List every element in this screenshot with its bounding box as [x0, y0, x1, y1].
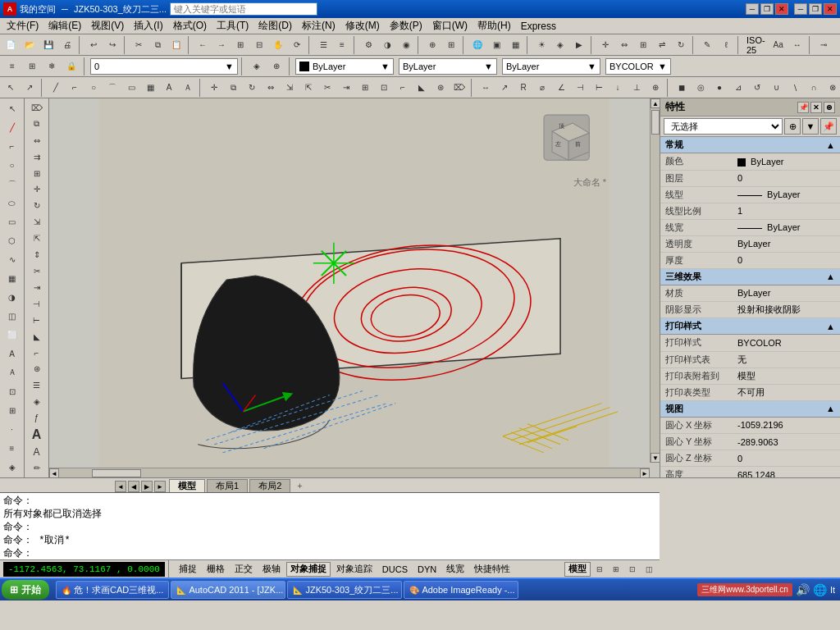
draw-text-btn[interactable]: A: [160, 79, 178, 97]
menu-window[interactable]: 窗口(W): [427, 18, 472, 34]
modify-extend-btn[interactable]: ⇥: [337, 79, 355, 97]
selector-filter-btn[interactable]: ▼: [802, 118, 819, 135]
lt2-large-A[interactable]: A: [27, 427, 47, 443]
draw-rect-btn[interactable]: ▭: [122, 79, 140, 97]
tab-layout2[interactable]: 布局2: [249, 479, 290, 492]
lt2-prop[interactable]: ☰: [27, 377, 47, 393]
draw-circle-btn[interactable]: ○: [84, 79, 103, 97]
prop-cz-value[interactable]: 0: [734, 450, 840, 467]
lt2-annotate[interactable]: ✏: [27, 460, 47, 476]
otrack-status[interactable]: 对象追踪: [332, 562, 377, 577]
layer-props-btn[interactable]: ≡: [3, 57, 21, 75]
dim-leader-btn[interactable]: ↓: [609, 79, 627, 97]
lt2-array[interactable]: ⊞: [27, 166, 47, 181]
tab-model[interactable]: 模型: [169, 479, 205, 492]
layer-state-btn[interactable]: ⊞: [23, 57, 41, 75]
dim-baseline-btn[interactable]: ⊣: [571, 79, 589, 97]
modify-offset-btn[interactable]: ⊞: [356, 79, 374, 97]
lt-wipeout[interactable]: ⬜: [2, 326, 22, 344]
section-view[interactable]: 视图 ▲: [660, 401, 840, 418]
snap-status[interactable]: 捕捉: [175, 562, 201, 577]
vp-btn4[interactable]: ◫: [641, 562, 656, 577]
paste-btn[interactable]: 📋: [167, 36, 185, 54]
draw-hatch-btn[interactable]: ▦: [141, 79, 159, 97]
lt-rect[interactable]: ▭: [2, 213, 22, 231]
section-print[interactable]: 打印样式 ▲: [660, 318, 840, 335]
search-input[interactable]: [170, 2, 317, 16]
lt-text[interactable]: A: [2, 345, 22, 363]
zoom-prev-btn[interactable]: ←: [194, 36, 212, 54]
lt-line[interactable]: ╱: [2, 119, 22, 137]
csys2-btn[interactable]: ⊛: [833, 36, 840, 54]
modify-move-btn[interactable]: ✛: [205, 79, 223, 97]
menu-format[interactable]: 格式(O): [168, 18, 212, 34]
tab-layout1[interactable]: 布局1: [207, 479, 248, 492]
hscroll-thumb[interactable]: [92, 469, 141, 477]
mirror-btn[interactable]: ⇌: [653, 36, 671, 54]
lt-block[interactable]: ⊡: [2, 382, 22, 400]
solid-box-btn[interactable]: ◼: [673, 79, 691, 97]
polar-status[interactable]: 极轴: [258, 562, 285, 577]
orbit-btn[interactable]: ⟳: [288, 36, 306, 54]
lt-region[interactable]: ◫: [2, 307, 22, 325]
lt2-stretch[interactable]: ⇱: [27, 231, 47, 246]
prop-cx-value[interactable]: -1059.2196: [734, 418, 840, 434]
lt2-join[interactable]: ⊢: [27, 313, 47, 328]
3d-top-btn[interactable]: ▦: [506, 36, 524, 54]
solid-intersect-btn[interactable]: ∩: [805, 79, 823, 97]
taskbar-item-3[interactable]: 📐 JZK50-303_绞刀二三...: [287, 581, 402, 599]
scroll-track[interactable]: [651, 108, 660, 453]
solid-section-btn[interactable]: ⊗: [824, 79, 840, 97]
vertical-scrollbar[interactable]: ▲ ▼: [650, 98, 660, 463]
selector-quick-btn[interactable]: ⊕: [784, 118, 801, 135]
move-btn[interactable]: ✛: [596, 36, 614, 54]
material-btn[interactable]: ◈: [551, 36, 569, 54]
tray-network[interactable]: 🌐: [813, 583, 827, 596]
snap-btn[interactable]: ⊕: [423, 36, 441, 54]
panel-close-btn[interactable]: ✕: [810, 102, 822, 113]
copy-btn[interactable]: ⧉: [148, 36, 167, 54]
save-btn[interactable]: 💾: [39, 36, 57, 54]
dim-continue-btn[interactable]: ⊢: [590, 79, 608, 97]
prop-plotstyle-attach-value[interactable]: 模型: [734, 368, 840, 384]
lt2-lengthen[interactable]: ⇕: [27, 247, 47, 262]
prop-linescale-value[interactable]: 1: [734, 203, 840, 219]
minimize-button[interactable]: ─: [746, 3, 759, 15]
lt-multiline[interactable]: ≡: [2, 439, 22, 457]
prop-linetype-value[interactable]: ByLayer: [734, 186, 840, 203]
lt2-extend[interactable]: ⇥: [27, 280, 47, 295]
tab-start-btn[interactable]: ◀: [128, 481, 139, 492]
lt-polygon[interactable]: ⬡: [2, 232, 22, 250]
osnap-status[interactable]: 对象捕捉: [286, 562, 331, 577]
dyn-status[interactable]: DYN: [413, 562, 441, 577]
solid-union-btn[interactable]: ∪: [767, 79, 785, 97]
style-btn[interactable]: Aa: [769, 36, 788, 54]
zoom-ext-btn[interactable]: ⊞: [231, 36, 249, 54]
prop-lineweight-value[interactable]: ByLayer: [734, 219, 840, 235]
lt2-copy[interactable]: ⧉: [27, 116, 47, 132]
lt2-chamfer[interactable]: ◣: [27, 329, 47, 345]
layer-dropdown[interactable]: 0 ▼: [90, 58, 238, 75]
menu-help[interactable]: 帮助(H): [472, 18, 516, 34]
lt-table[interactable]: ⊞: [2, 401, 22, 419]
lt-ellipse[interactable]: ⬭: [2, 194, 22, 212]
undo-btn[interactable]: ↩: [84, 36, 103, 54]
hscroll-track[interactable]: [59, 468, 640, 477]
modify-array-btn[interactable]: ⊡: [375, 79, 393, 97]
annotation-btn[interactable]: ✎: [698, 36, 716, 54]
menu-edit[interactable]: 编辑(E): [43, 18, 86, 34]
regen-btn[interactable]: ⚙: [359, 36, 377, 54]
lt2-offset[interactable]: ⇉: [27, 149, 47, 165]
lt2-trim[interactable]: ✂: [27, 263, 47, 279]
modify-fillet-btn[interactable]: ⌐: [394, 79, 412, 97]
prop-plotstyle-type-value[interactable]: 不可用: [734, 384, 840, 400]
scroll-left-btn[interactable]: ◄: [49, 468, 59, 477]
canvas-area[interactable]: 顶 左 前 大命名 * ▲ ▼ ◄ ►: [49, 98, 660, 477]
lt-3dface[interactable]: ◈: [2, 458, 22, 476]
lt2-explode[interactable]: ⊛: [27, 362, 47, 377]
light-btn[interactable]: ☀: [532, 36, 550, 54]
layer-walk-btn[interactable]: ⊕: [267, 57, 285, 75]
minimize-button2[interactable]: ─: [794, 3, 807, 15]
solid-revolve-btn[interactable]: ↺: [748, 79, 766, 97]
lt2-break[interactable]: ⊣: [27, 296, 47, 312]
